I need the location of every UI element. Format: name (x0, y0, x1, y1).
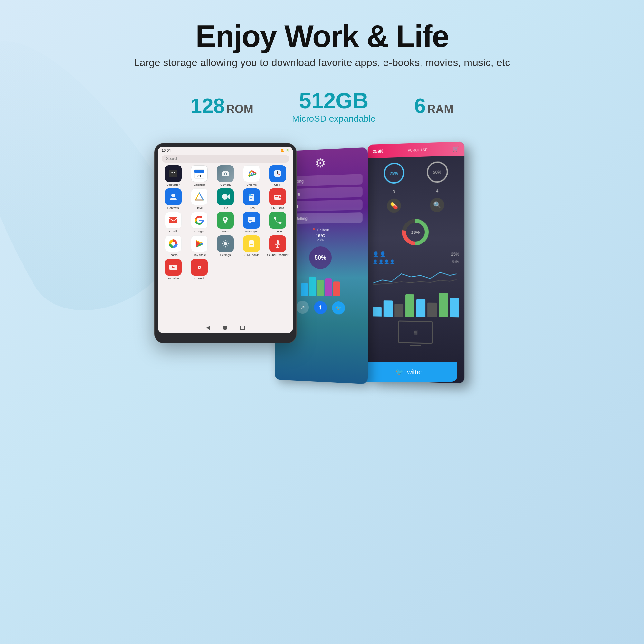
specs-row: 128 ROM 512GB MicroSD expandable 6 RAM (0, 88, 644, 124)
battery-icon: 🔋 (286, 149, 289, 152)
svg-rect-28 (275, 196, 278, 197)
wifi-icon: 📶 (281, 149, 284, 152)
icon-row: 💊 🔍 (373, 197, 459, 213)
tablet-body: 10:04 📶 🔋 Search (155, 143, 296, 343)
camera-icon (217, 165, 234, 182)
app-messages[interactable]: Messages (240, 212, 264, 233)
calendar-label: Calendar (194, 183, 205, 187)
svg-rect-39 (250, 241, 253, 242)
status-bar: 10:04 📶 🔋 (158, 147, 293, 154)
simtoolkit-icon (243, 235, 260, 252)
soundrecorder-icon (269, 235, 286, 252)
camera-label: Camera (220, 183, 231, 187)
search-bar[interactable]: Search (162, 155, 289, 163)
tablet-screen: 10:04 📶 🔋 Search (158, 147, 293, 333)
svg-rect-41 (250, 244, 253, 245)
svg-point-20 (171, 194, 175, 197)
svg-rect-40 (250, 243, 253, 243)
phone-icon (269, 212, 286, 229)
files-icon (243, 188, 260, 205)
app-simtoolkit[interactable]: SIM Toolkit (240, 235, 264, 257)
search-placeholder: Search (166, 156, 178, 161)
people-stats: 👤 👤 25% 👤 👤 👤 👤 75% (373, 251, 459, 264)
app-drive[interactable]: Drive (187, 188, 211, 210)
ytmusic-icon (191, 259, 208, 276)
gmail-icon (165, 212, 182, 229)
ytmusic-label: YT Music (193, 277, 205, 280)
app-camera[interactable]: Camera (213, 165, 237, 187)
bar-chart-dark (373, 291, 459, 317)
svg-rect-33 (248, 217, 255, 222)
duo-icon (217, 188, 234, 205)
app-soundrecorder[interactable]: Sound Recorder (266, 235, 290, 257)
app-youtube[interactable]: YouTube (161, 259, 185, 280)
google-label: Google (194, 230, 204, 233)
app-settings[interactable]: Settings (213, 235, 237, 257)
page-subtitle: Large storage allowing you to download f… (6, 57, 638, 69)
app-google[interactable]: Google (187, 212, 211, 233)
svg-rect-29 (275, 198, 277, 198)
messages-icon (243, 212, 260, 229)
duo-label: Duo (223, 206, 228, 210)
spec-ram-number: 6 (414, 94, 426, 118)
svg-point-19 (277, 173, 278, 174)
maps-icon (217, 212, 234, 229)
page-title: Enjoy Work & Life (6, 19, 638, 53)
svg-rect-25 (249, 194, 251, 196)
app-chrome[interactable]: Chrome (240, 165, 264, 187)
phone-label: Phone (273, 230, 282, 233)
monitor-icon: 🖥 (373, 320, 459, 344)
svg-rect-30 (169, 217, 177, 223)
svg-text:÷ ×: ÷ × (171, 171, 175, 174)
settings-label: Settings (220, 253, 231, 257)
recents-button[interactable] (240, 326, 245, 330)
drive-label: Drive (196, 206, 203, 210)
app-phone[interactable]: Phone (266, 212, 290, 233)
app-playstore[interactable]: Play Store (187, 235, 211, 257)
app-calendar[interactable]: 31 Calendar (187, 165, 211, 187)
app-duo[interactable]: Duo (213, 188, 237, 210)
playstore-icon (191, 235, 208, 252)
tablet-device: 10:04 📶 🔋 Search (155, 143, 296, 343)
fmradio-icon (269, 188, 286, 205)
svg-point-23 (222, 194, 228, 200)
app-ytmusic[interactable]: YT Music (187, 259, 211, 280)
app-files[interactable]: Files (240, 188, 264, 210)
svg-text:+ −: + − (171, 174, 175, 177)
app-fmradio[interactable]: FM Radio (266, 188, 290, 210)
simtoolkit-label: SIM Toolkit (244, 253, 259, 257)
spec-storage-number: 512GB (299, 88, 368, 113)
numbers-row: 3 4 (373, 188, 459, 194)
app-maps[interactable]: Maps (213, 212, 237, 233)
app-gmail[interactable]: Gmail (161, 212, 185, 233)
spec-rom-number: 128 (190, 94, 225, 118)
calculator-icon: ÷ × + − (165, 165, 182, 182)
app-calculator[interactable]: ÷ × + − Calculator (161, 165, 185, 187)
spec-rom: 128 ROM (190, 94, 253, 118)
svg-point-37 (224, 242, 227, 245)
calendar-icon: 31 (191, 165, 208, 182)
spec-ram: 6 RAM (414, 94, 454, 118)
youtube-label: YouTube (167, 277, 179, 280)
svg-rect-38 (249, 240, 254, 247)
chrome-label: Chrome (246, 183, 257, 187)
files-label: Files (249, 206, 255, 210)
svg-point-15 (251, 173, 252, 175)
home-button[interactable] (223, 326, 227, 330)
youtube-icon (165, 259, 182, 276)
app-grid: ÷ × + − Calculator 31 (158, 165, 293, 280)
messages-label: Messages (245, 230, 258, 233)
app-photos[interactable]: Photos (161, 235, 185, 257)
stats-circles: 75% 50% (373, 161, 459, 184)
settings-icon (217, 235, 234, 252)
photos-label: Photos (169, 253, 178, 257)
soundrecorder-label: Sound Recorder (267, 253, 289, 257)
svg-marker-22 (195, 193, 203, 200)
svg-rect-8 (194, 170, 204, 173)
app-contacts[interactable]: Contacts (161, 188, 185, 210)
maps-label: Maps (222, 230, 229, 233)
back-button[interactable] (206, 326, 210, 330)
clock-label: Clock (274, 183, 281, 187)
calculator-label: Calculator (166, 183, 180, 187)
app-clock[interactable]: Clock (266, 165, 290, 187)
